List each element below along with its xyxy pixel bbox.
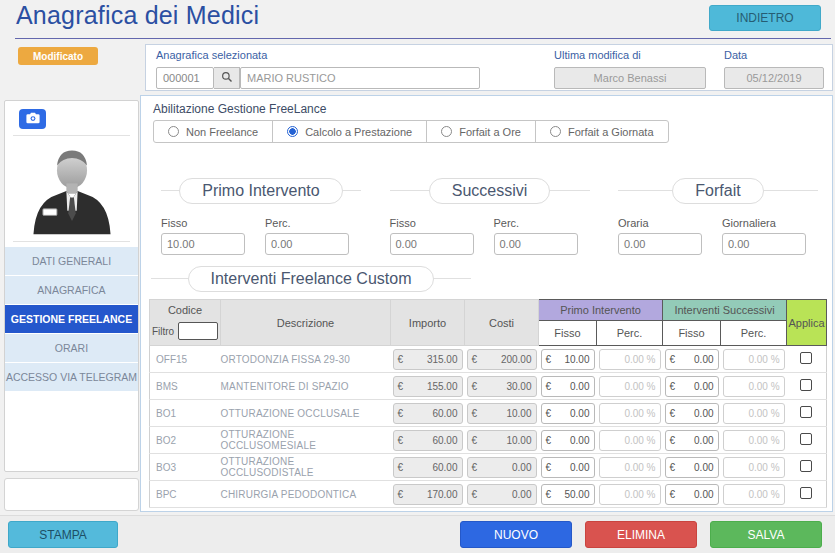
custom-interventions-table: Codice Descrizione Importo Costi Primo I… [149,299,827,508]
col-header-importo: Importo [391,300,465,346]
pi-fisso-input[interactable]: €10.00 [541,349,595,370]
pi-perc-input[interactable]: 0.00 % [599,403,661,424]
group-primo-intervento: Primo Intervento Fisso 10.00 Perc. 0.00 [161,178,361,255]
is-fisso-input[interactable]: €0.00 [665,430,719,451]
subheader-pi-perc: Perc. [597,321,663,346]
pi-fisso-input[interactable]: €0.00 [541,403,595,424]
print-button[interactable]: STAMPA [8,521,118,548]
primo-intervento-fisso-input[interactable]: 10.00 [161,233,245,255]
col-header-applica: Applica [787,300,827,346]
pi-fisso-input[interactable]: €0.00 [541,457,595,478]
sidebar-item-accesso-via-telegram[interactable]: ACCESSO VIA TELEGRAM [5,363,138,391]
radio-icon [550,126,561,137]
record-name-input[interactable]: MARIO RUSTICO [240,67,480,89]
pi-fisso-input[interactable]: €50.00 [541,484,595,505]
is-perc-input[interactable]: 0.00 % [723,376,785,397]
pi-perc-input[interactable]: 0.00 % [599,430,661,451]
radio-label: Forfait a Ore [459,126,521,138]
pi-perc-input[interactable]: 0.00 % [599,484,661,505]
field-label: Oraria [618,217,702,229]
radio-non-freelance[interactable]: Non Freelance [154,121,272,142]
filter-label: Filtro [152,326,174,337]
is-fisso-input[interactable]: €0.00 [665,403,719,424]
field-label: Giornaliera [722,217,806,229]
back-button[interactable]: INDIETRO [709,5,821,31]
radio-label: Forfait a Giornata [568,126,654,138]
delete-button[interactable]: ELIMINA [585,521,697,548]
applica-checkbox[interactable] [800,460,812,472]
applica-checkbox[interactable] [800,433,812,445]
custom-section-header: Interventi Freelance Custom [151,266,471,292]
primo-intervento-perc-input[interactable]: 0.00 [265,233,349,255]
pi-perc-input[interactable]: 0.00 % [599,457,661,478]
applica-checkbox[interactable] [800,352,812,364]
row-code: OFF15 [150,346,221,373]
is-fisso-input[interactable]: €0.00 [665,349,719,370]
is-fisso-input[interactable]: €0.00 [665,457,719,478]
sidebar-item-orari[interactable]: ORARI [5,334,138,362]
code-filter-input[interactable] [178,322,218,340]
applica-checkbox[interactable] [800,379,812,391]
pi-perc-input[interactable]: 0.00 % [599,349,661,370]
custom-section-title: Interventi Freelance Custom [188,266,435,292]
is-perc-input[interactable]: 0.00 % [723,484,785,505]
row-description: OTTURAZIONE OCCLUSALE [221,400,391,427]
row-code: BO3 [150,454,221,481]
successivi-fisso-input[interactable]: 0.00 [390,233,474,255]
radio-forfait-a-ore[interactable]: Forfait a Ore [426,121,535,142]
radio-calcolo-a-prestazione[interactable]: Calcolo a Prestazione [272,121,426,142]
radio-label: Non Freelance [186,126,258,138]
is-perc-input[interactable]: 0.00 % [723,349,785,370]
col-header-interventi-successivi: Interventi Successivi [663,300,787,321]
is-fisso-input[interactable]: €0.00 [665,484,719,505]
sidebar-item-gestione-freelance[interactable]: GESTIONE FREELANCE [5,305,138,333]
pi-fisso-input[interactable]: €0.00 [541,430,595,451]
euro-symbol: € [546,354,552,365]
row-description: OTTURAZIONE OCCLUSOMESIALE [221,427,391,454]
record-code-input[interactable]: 000001 [156,67,214,89]
subheader-is-perc: Perc. [721,321,787,346]
euro-symbol: € [472,408,478,419]
forfait-oraria-input[interactable]: 0.00 [618,233,702,255]
subheader-pi-fisso: Fisso [539,321,597,346]
row-code: BO2 [150,427,221,454]
sidebar-item-anagrafica[interactable]: ANAGRAFICA [5,276,138,304]
pi-fisso-input[interactable]: €0.00 [541,376,595,397]
row-code: BPC [150,481,221,508]
euro-symbol: € [472,354,478,365]
avatar [24,143,120,241]
row-description: MANTENITORE DI SPAZIO [221,373,391,400]
record-search-button[interactable] [214,67,240,89]
selected-record-label: Anagrafica selezionata [156,49,267,61]
euro-symbol: € [472,489,478,500]
sidebar-item-dati-generali[interactable]: DATI GENERALI [5,247,138,275]
group-forfait: Forfait Oraria 0.00 Giornaliera 0.00 [618,178,818,255]
group-title: Primo Intervento [179,178,342,204]
forfait-giornaliera-input[interactable]: 0.00 [722,233,806,255]
radio-icon [441,126,452,137]
row-description: CHIRURGIA PEDODONTICA [221,481,391,508]
row-code: BO1 [150,400,221,427]
save-button[interactable]: SALVA [710,521,822,548]
successivi-perc-input[interactable]: 0.00 [494,233,578,255]
sidebar-footer-panel [4,478,139,511]
euro-symbol: € [670,462,676,473]
is-perc-input[interactable]: 0.00 % [723,403,785,424]
importo-input: €60.00 [393,403,463,424]
new-button[interactable]: NUOVO [460,521,572,548]
is-perc-input[interactable]: 0.00 % [723,430,785,451]
pi-perc-input[interactable]: 0.00 % [599,376,661,397]
change-photo-button[interactable] [19,109,46,129]
applica-checkbox[interactable] [800,487,812,499]
field-label: Fisso [161,217,245,229]
col-header-descrizione: Descrizione [221,300,391,346]
applica-checkbox[interactable] [800,406,812,418]
is-perc-input[interactable]: 0.00 % [723,457,785,478]
radio-label: Calcolo a Prestazione [305,126,412,138]
table-row: BPC CHIRURGIA PEDODONTICA €170.00 €0.00 … [150,481,827,508]
date-field: 05/12/2019 [724,67,824,89]
is-fisso-input[interactable]: €0.00 [665,376,719,397]
sidebar-divider-top [13,135,130,136]
radio-forfait-a-giornata[interactable]: Forfait a Giornata [535,121,668,142]
importo-input: €60.00 [393,430,463,451]
